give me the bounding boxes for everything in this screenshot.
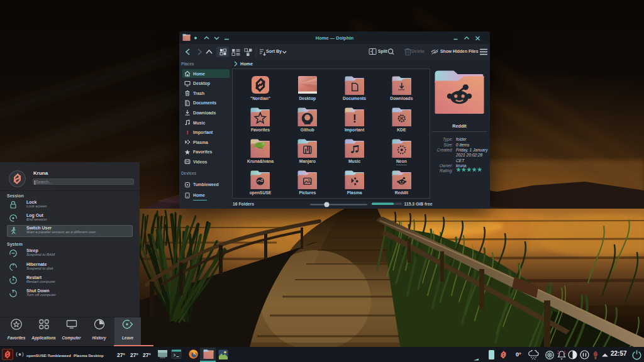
- svg-text:!: !: [352, 111, 356, 124]
- svg-text:!: !: [187, 129, 189, 136]
- svg-text:K: K: [400, 116, 404, 121]
